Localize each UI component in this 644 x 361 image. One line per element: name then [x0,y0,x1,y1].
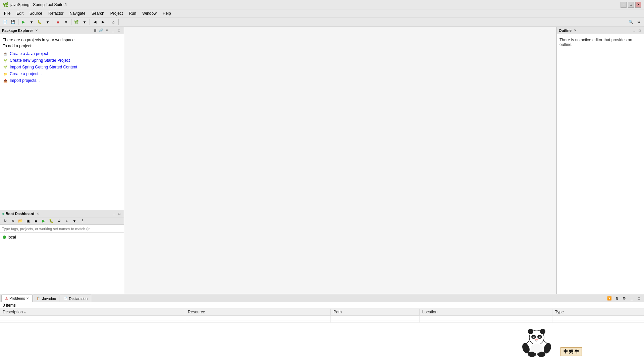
outline-title-area: Outline ✕ [559,29,577,33]
create-project-link[interactable]: 📁 Create a project... [3,71,121,76]
toolbar-spring-dropdown[interactable]: ▼ [81,18,88,26]
bd-open-icon[interactable]: 📂 [17,217,24,225]
menu-project[interactable]: Project [108,10,125,17]
bd-console-icon[interactable]: ▣ [24,217,32,225]
toolbar-home[interactable]: ⌂ [110,18,117,26]
toolbar-stop[interactable]: ■ [54,18,62,26]
menu-refactor[interactable]: Refactor [46,10,66,17]
bd-menu-icon[interactable]: ⋮ [78,217,86,225]
tab-declaration[interactable]: 📄 Declaration [60,295,91,302]
svg-point-6 [533,336,535,338]
boot-dashboard-content: local [0,233,124,242]
menu-help[interactable]: Help [160,10,174,17]
bottom-filter-icon[interactable]: 🔽 [606,295,613,302]
toolbar-debug-dropdown[interactable]: ▼ [44,18,51,26]
bottom-sort-icon[interactable]: ⇅ [613,295,621,302]
bottom-panel-maximize[interactable]: □ [635,295,643,302]
outline-maximize-icon[interactable]: □ [637,28,642,33]
toolbar-debug[interactable]: 🐛 [36,18,43,26]
menu-file[interactable]: File [1,10,13,17]
menu-run[interactable]: Run [126,10,139,17]
toolbar-forward[interactable]: ▶ [99,18,107,26]
problems-tab-icon: ⚠ [5,297,8,300]
create-project-icon: 📁 [3,71,8,76]
menu-edit[interactable]: Edit [14,10,26,17]
svg-point-12 [542,342,552,355]
outline-minimize-icon[interactable]: _ [632,28,637,33]
package-explorer-close[interactable]: ✕ [35,29,38,32]
bd-start-icon[interactable]: ▶ [40,217,47,225]
editor-area[interactable] [124,27,557,294]
toolbar-search[interactable]: 🔍 [627,18,635,26]
bottom-panel-minimize[interactable]: _ [628,295,635,302]
maximize-button[interactable]: □ [628,2,634,8]
bd-add-dropdown[interactable]: ▼ [71,217,78,225]
svg-point-11 [521,342,531,355]
link-with-editor-icon[interactable]: 🔗 [98,28,104,33]
toolbar-save[interactable]: 💾 [9,18,17,26]
close-button[interactable]: ✕ [635,2,641,8]
bd-debug-icon[interactable]: 🐛 [48,217,55,225]
maximize-panel-icon[interactable]: □ [116,28,122,33]
col-location[interactable]: Location [419,309,552,316]
boot-dashboard-title-area: ● Boot Dashboard ✕ [2,212,39,216]
svg-point-8 [533,336,535,338]
boot-local-item[interactable]: local [3,235,121,240]
create-spring-project-text[interactable]: Create new Spring Starter Project [10,58,70,63]
bd-stop-icon[interactable]: ■ [32,217,40,225]
create-java-project-text[interactable]: Create a Java project [10,51,48,56]
toolbar-run[interactable]: ▶ [20,18,27,26]
toolbar: 📄 💾 ▶ ▼ 🐛 ▼ ■ ▼ 🌿 ▼ ◀ ▶ ⌂ 🔍 ⚙ [0,17,644,27]
menu-navigate[interactable]: Navigate [67,10,88,17]
minimize-panel-icon[interactable]: _ [110,28,116,33]
location-col-label: Location [422,310,437,314]
bd-refresh-icon[interactable]: ↻ [1,217,9,225]
svg-point-10 [535,339,538,341]
boot-search-bar [0,225,124,233]
svg-point-14 [537,352,545,357]
import-projects-text[interactable]: Import projects... [10,78,40,83]
boot-maximize-icon[interactable]: □ [117,211,122,216]
menu-source[interactable]: Source [27,10,45,17]
problems-tab-close[interactable]: ✕ [26,297,29,300]
menu-window[interactable]: Window [140,10,159,17]
minimize-button[interactable]: – [621,2,627,8]
svg-point-2 [528,329,533,334]
boot-search-input[interactable] [0,225,124,233]
boot-minimize-icon[interactable]: _ [112,211,116,216]
toolbar-spring[interactable]: 🌿 [73,18,80,26]
toolbar-stop-dropdown[interactable]: ▼ [62,18,70,26]
app-title: javaSpring - Spring Tool Suite 4 [10,2,67,7]
bd-settings-icon[interactable]: ⚙ [55,217,63,225]
toolbar-new[interactable]: 📄 [1,18,9,26]
import-projects-link[interactable]: 📥 Import projects... [3,78,121,83]
create-spring-project-link[interactable]: 🌱 Create new Spring Starter Project [3,58,121,63]
bd-add-icon[interactable]: + [63,217,70,225]
menu-search[interactable]: Search [89,10,107,17]
create-java-project-link[interactable]: ☕ Create a Java project [3,51,121,56]
svg-point-15 [531,344,543,353]
toolbar-run-dropdown[interactable]: ▼ [28,18,35,26]
col-path[interactable]: Path [331,309,420,316]
import-spring-content-text[interactable]: Import Spring Getting Started Content [10,65,77,69]
col-type[interactable]: Type [552,309,644,316]
boot-dashboard-title: Boot Dashboard [6,212,35,216]
bottom-settings-icon[interactable]: ⚙ [621,295,628,302]
tab-problems[interactable]: ⚠ Problems ✕ [1,295,33,302]
col-description[interactable]: Description ∧ [0,309,185,316]
toolbar-sep2 [53,19,53,25]
toolbar-back[interactable]: ◀ [91,18,99,26]
package-explorer-title-area: Package Explorer ✕ [2,29,38,33]
outline-close[interactable]: ✕ [574,29,577,32]
create-project-text[interactable]: Create a project... [10,71,42,76]
tab-javadoc[interactable]: 📋 Javadoc [33,295,59,302]
boot-dashboard-close[interactable]: ✕ [37,212,39,215]
local-label: local [8,235,16,240]
spring-starter-icon: 🌱 [3,58,8,63]
view-menu-icon[interactable]: ▼ [104,28,110,33]
collapse-all-icon[interactable]: ⊟ [92,28,98,33]
col-resource[interactable]: Resource [185,309,331,316]
bd-delete-icon[interactable]: ✕ [9,217,16,225]
import-spring-content-link[interactable]: 🌱 Import Spring Getting Started Content [3,64,121,70]
toolbar-settings[interactable]: ⚙ [635,18,643,26]
